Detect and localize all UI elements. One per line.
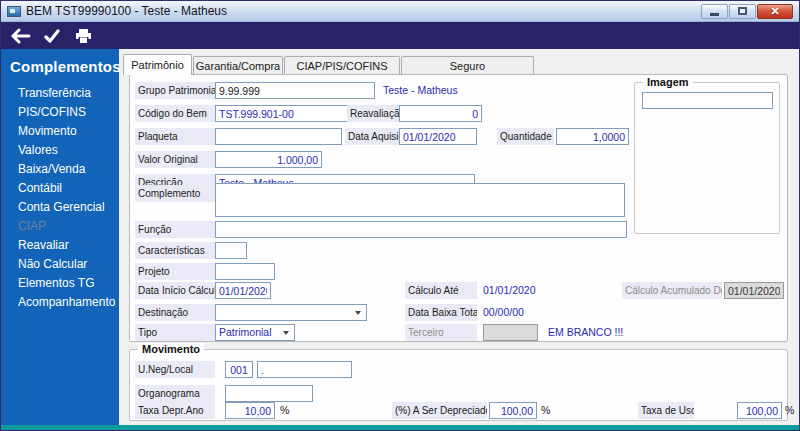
close-icon: ✕ bbox=[770, 6, 779, 17]
imagem-groupbox: Imagem bbox=[634, 82, 780, 234]
data-inicio-calculo-input[interactable] bbox=[215, 282, 271, 299]
quantidade-input[interactable] bbox=[556, 128, 629, 145]
data-baixa-total-value: 00/00/00 bbox=[483, 304, 524, 321]
sidebar-item-contabil[interactable]: Contábil bbox=[1, 179, 119, 198]
data-aquisicao-label: Data Aquisição bbox=[345, 128, 399, 145]
check-icon bbox=[44, 29, 60, 43]
data-inicio-calculo-label: Data Início Cálculo bbox=[135, 282, 215, 299]
tipo-value: Patrimonial bbox=[219, 326, 272, 338]
sidebar-item-elementos-tg[interactable]: Elementos TG bbox=[1, 274, 119, 293]
complemento-label: Complemento bbox=[135, 185, 215, 202]
caracteristicas-input[interactable] bbox=[215, 242, 247, 259]
confirm-button[interactable] bbox=[41, 26, 63, 46]
printer-icon bbox=[75, 28, 92, 44]
reavaliacao-label: Reavaliação bbox=[347, 105, 399, 122]
main-toolbar bbox=[1, 22, 799, 49]
quantidade-label: Quantidade bbox=[497, 128, 554, 145]
sidebar-header: Complementos bbox=[1, 58, 119, 75]
close-button[interactable]: ✕ bbox=[757, 4, 793, 19]
sidebar: Complementos Transferência PIS/COFINS Mo… bbox=[1, 49, 119, 425]
taxa-de-uso-input[interactable] bbox=[737, 402, 782, 419]
complemento-textarea[interactable] bbox=[215, 183, 625, 217]
projeto-input[interactable] bbox=[215, 263, 275, 280]
funcao-label: Função bbox=[135, 221, 215, 238]
taxa-de-uso-suffix: % bbox=[785, 402, 794, 419]
sidebar-item-ciap: CIAP bbox=[1, 217, 119, 236]
projeto-label: Projeto bbox=[135, 263, 215, 280]
a-ser-depreciado-label: (%) A Ser Depreciado bbox=[392, 402, 487, 419]
calculo-acumulado-desde-input bbox=[724, 282, 784, 299]
taxa-depr-ano-suffix: % bbox=[280, 402, 289, 419]
terceiro-status-text: EM BRANCO !!! bbox=[548, 324, 623, 341]
terceiro-input bbox=[483, 324, 538, 341]
taxa-depr-ano-label: Taxa Depr.Ano bbox=[135, 402, 215, 419]
tab-ciap-pis-cofins[interactable]: CIAP/PIS/COFINS bbox=[284, 56, 400, 75]
sidebar-item-conta-gerencial[interactable]: Conta Gerencial bbox=[1, 198, 119, 217]
window-body: Complementos Transferência PIS/COFINS Mo… bbox=[1, 49, 799, 425]
data-baixa-total-label: Data Baixa Total bbox=[405, 304, 477, 321]
taxa-de-uso-label: Taxa de Uso bbox=[638, 402, 694, 419]
calculo-ate-label: Cálculo Até bbox=[405, 282, 477, 299]
sidebar-item-reavaliar[interactable]: Reavaliar bbox=[1, 236, 119, 255]
u-neg-local-label: U.Neg/Local bbox=[135, 361, 215, 378]
minimize-button[interactable] bbox=[701, 4, 728, 19]
caracteristicas-label: Características bbox=[135, 242, 215, 259]
print-button[interactable] bbox=[72, 26, 94, 46]
grupo-patrimonial-label: Grupo Patrimonial bbox=[135, 82, 215, 99]
sidebar-item-baixa-venda[interactable]: Baixa/Venda bbox=[1, 160, 119, 179]
sidebar-item-acompanhamento[interactable]: Acompanhamento bbox=[1, 293, 119, 312]
imagem-group-title: Imagem bbox=[643, 76, 693, 88]
grupo-patrimonial-description: Teste - Matheus bbox=[383, 82, 458, 99]
minimize-icon bbox=[710, 13, 719, 16]
back-button[interactable] bbox=[10, 26, 32, 46]
patrimonio-panel: Grupo Patrimonial Teste - Matheus Imagem… bbox=[129, 74, 788, 342]
main-content: Patrimônio Garantia/Compra CIAP/PIS/COFI… bbox=[119, 49, 799, 425]
u-neg-local-input-2[interactable] bbox=[257, 361, 352, 378]
movimento-groupbox: Movimento U.Neg/Local Organograma Taxa D… bbox=[129, 349, 788, 421]
movimento-group-title: Movimento bbox=[138, 343, 204, 355]
window-title: BEM TST99990100 - Teste - Matheus bbox=[26, 4, 227, 18]
tipo-select[interactable]: Patrimonial bbox=[215, 324, 295, 341]
organograma-input[interactable] bbox=[225, 385, 313, 402]
calculo-ate-value: 01/01/2020 bbox=[483, 282, 536, 299]
destinacao-label: Destinação bbox=[135, 304, 215, 321]
codigo-do-bem-label: Código do Bem bbox=[135, 105, 215, 122]
app-window: BEM TST99990100 - Teste - Matheus ✕ Comp… bbox=[0, 0, 800, 431]
back-arrow-icon bbox=[11, 28, 31, 44]
sidebar-item-valores[interactable]: Valores bbox=[1, 141, 119, 160]
terceiro-label: Terceiro bbox=[405, 324, 477, 341]
u-neg-local-input-1[interactable] bbox=[225, 361, 253, 378]
organograma-label: Organograma bbox=[135, 385, 215, 402]
sidebar-item-pis-cofins[interactable]: PIS/COFINS bbox=[1, 103, 119, 122]
valor-original-label: Valor Original bbox=[135, 151, 215, 168]
funcao-input[interactable] bbox=[215, 221, 627, 238]
sidebar-item-nao-calcular[interactable]: Não Calcular bbox=[1, 255, 119, 274]
tab-seguro[interactable]: Seguro bbox=[401, 56, 534, 75]
data-aquisicao-input[interactable] bbox=[399, 128, 477, 145]
grupo-patrimonial-input[interactable] bbox=[215, 82, 375, 99]
app-icon bbox=[7, 6, 21, 17]
tab-patrimonio[interactable]: Patrimônio bbox=[123, 54, 192, 75]
sidebar-item-movimento[interactable]: Movimento bbox=[1, 122, 119, 141]
maximize-button[interactable] bbox=[729, 4, 756, 19]
window-controls: ✕ bbox=[701, 4, 795, 19]
a-ser-depreciado-input[interactable] bbox=[489, 402, 537, 419]
taxa-depr-ano-input[interactable] bbox=[225, 402, 275, 419]
maximize-icon bbox=[738, 7, 747, 15]
reavaliacao-input[interactable] bbox=[399, 105, 482, 122]
calculo-acumulado-desde-label: Cálculo Acumulado Desde bbox=[622, 282, 722, 299]
a-ser-depreciado-suffix: % bbox=[541, 402, 550, 419]
plaqueta-input[interactable] bbox=[215, 128, 342, 145]
destinacao-select[interactable] bbox=[215, 304, 367, 321]
plaqueta-label: Plaqueta bbox=[135, 128, 215, 145]
bottom-accent-strip bbox=[1, 425, 799, 430]
tipo-label: Tipo bbox=[135, 324, 215, 341]
valor-original-input[interactable] bbox=[215, 151, 322, 168]
imagem-input[interactable] bbox=[642, 92, 773, 109]
sidebar-item-transferencia[interactable]: Transferência bbox=[1, 84, 119, 103]
title-bar: BEM TST99990100 - Teste - Matheus ✕ bbox=[1, 1, 799, 22]
tab-garantia-compra[interactable]: Garantia/Compra bbox=[193, 56, 283, 75]
